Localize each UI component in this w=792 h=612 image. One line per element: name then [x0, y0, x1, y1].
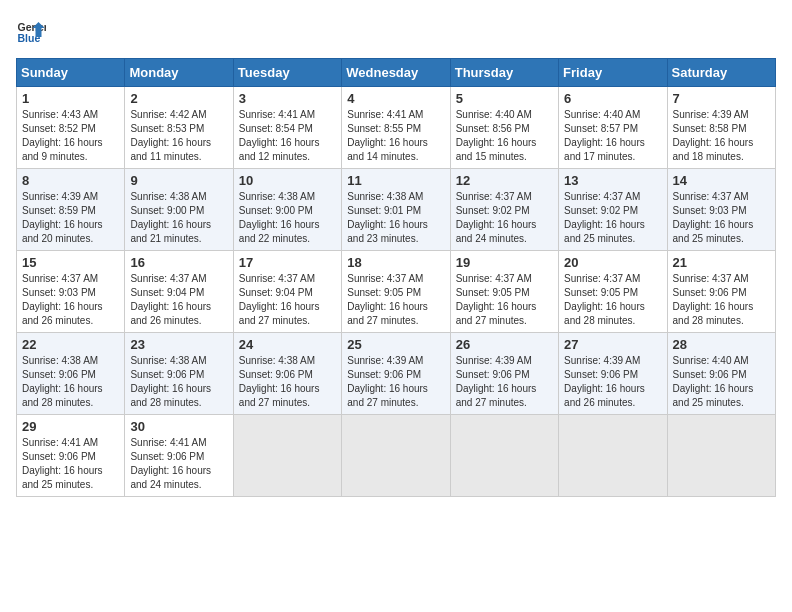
calendar-day-header: Monday [125, 59, 233, 87]
day-number: 20 [564, 255, 661, 270]
calendar-day-header: Friday [559, 59, 667, 87]
day-number: 25 [347, 337, 444, 352]
day-number: 19 [456, 255, 553, 270]
day-info: Sunrise: 4:39 AM Sunset: 8:58 PM Dayligh… [673, 108, 770, 164]
day-number: 24 [239, 337, 336, 352]
calendar-cell: 8Sunrise: 4:39 AM Sunset: 8:59 PM Daylig… [17, 169, 125, 251]
day-info: Sunrise: 4:41 AM Sunset: 9:06 PM Dayligh… [22, 436, 119, 492]
day-info: Sunrise: 4:37 AM Sunset: 9:06 PM Dayligh… [673, 272, 770, 328]
day-info: Sunrise: 4:37 AM Sunset: 9:03 PM Dayligh… [673, 190, 770, 246]
logo-icon: General Blue [16, 16, 46, 46]
day-number: 2 [130, 91, 227, 106]
day-info: Sunrise: 4:37 AM Sunset: 9:02 PM Dayligh… [564, 190, 661, 246]
day-info: Sunrise: 4:37 AM Sunset: 9:04 PM Dayligh… [130, 272, 227, 328]
calendar-cell: 18Sunrise: 4:37 AM Sunset: 9:05 PM Dayli… [342, 251, 450, 333]
day-info: Sunrise: 4:39 AM Sunset: 8:59 PM Dayligh… [22, 190, 119, 246]
calendar-cell [559, 415, 667, 497]
calendar-cell: 28Sunrise: 4:40 AM Sunset: 9:06 PM Dayli… [667, 333, 775, 415]
calendar-cell: 7Sunrise: 4:39 AM Sunset: 8:58 PM Daylig… [667, 87, 775, 169]
day-info: Sunrise: 4:37 AM Sunset: 9:05 PM Dayligh… [564, 272, 661, 328]
day-info: Sunrise: 4:40 AM Sunset: 9:06 PM Dayligh… [673, 354, 770, 410]
day-info: Sunrise: 4:41 AM Sunset: 9:06 PM Dayligh… [130, 436, 227, 492]
day-number: 26 [456, 337, 553, 352]
day-number: 5 [456, 91, 553, 106]
calendar-cell: 2Sunrise: 4:42 AM Sunset: 8:53 PM Daylig… [125, 87, 233, 169]
day-info: Sunrise: 4:41 AM Sunset: 8:54 PM Dayligh… [239, 108, 336, 164]
day-number: 8 [22, 173, 119, 188]
day-info: Sunrise: 4:39 AM Sunset: 9:06 PM Dayligh… [347, 354, 444, 410]
calendar-cell [450, 415, 558, 497]
calendar-cell [233, 415, 341, 497]
calendar-day-header: Sunday [17, 59, 125, 87]
calendar-cell: 10Sunrise: 4:38 AM Sunset: 9:00 PM Dayli… [233, 169, 341, 251]
calendar-cell: 9Sunrise: 4:38 AM Sunset: 9:00 PM Daylig… [125, 169, 233, 251]
day-number: 11 [347, 173, 444, 188]
day-info: Sunrise: 4:39 AM Sunset: 9:06 PM Dayligh… [456, 354, 553, 410]
calendar-cell: 12Sunrise: 4:37 AM Sunset: 9:02 PM Dayli… [450, 169, 558, 251]
day-number: 23 [130, 337, 227, 352]
calendar-week-row: 1Sunrise: 4:43 AM Sunset: 8:52 PM Daylig… [17, 87, 776, 169]
calendar-cell: 24Sunrise: 4:38 AM Sunset: 9:06 PM Dayli… [233, 333, 341, 415]
day-info: Sunrise: 4:37 AM Sunset: 9:04 PM Dayligh… [239, 272, 336, 328]
day-info: Sunrise: 4:37 AM Sunset: 9:03 PM Dayligh… [22, 272, 119, 328]
day-info: Sunrise: 4:38 AM Sunset: 9:01 PM Dayligh… [347, 190, 444, 246]
day-number: 7 [673, 91, 770, 106]
day-number: 9 [130, 173, 227, 188]
day-info: Sunrise: 4:37 AM Sunset: 9:02 PM Dayligh… [456, 190, 553, 246]
calendar-day-header: Tuesday [233, 59, 341, 87]
day-info: Sunrise: 4:38 AM Sunset: 9:06 PM Dayligh… [22, 354, 119, 410]
calendar-cell: 3Sunrise: 4:41 AM Sunset: 8:54 PM Daylig… [233, 87, 341, 169]
day-number: 22 [22, 337, 119, 352]
day-number: 28 [673, 337, 770, 352]
day-number: 15 [22, 255, 119, 270]
day-info: Sunrise: 4:37 AM Sunset: 9:05 PM Dayligh… [347, 272, 444, 328]
calendar-cell: 23Sunrise: 4:38 AM Sunset: 9:06 PM Dayli… [125, 333, 233, 415]
calendar-day-header: Wednesday [342, 59, 450, 87]
day-info: Sunrise: 4:39 AM Sunset: 9:06 PM Dayligh… [564, 354, 661, 410]
calendar-cell: 14Sunrise: 4:37 AM Sunset: 9:03 PM Dayli… [667, 169, 775, 251]
day-info: Sunrise: 4:43 AM Sunset: 8:52 PM Dayligh… [22, 108, 119, 164]
calendar-day-header: Saturday [667, 59, 775, 87]
calendar-cell: 20Sunrise: 4:37 AM Sunset: 9:05 PM Dayli… [559, 251, 667, 333]
calendar-cell: 1Sunrise: 4:43 AM Sunset: 8:52 PM Daylig… [17, 87, 125, 169]
day-number: 16 [130, 255, 227, 270]
calendar-day-header: Thursday [450, 59, 558, 87]
day-number: 27 [564, 337, 661, 352]
calendar-cell: 17Sunrise: 4:37 AM Sunset: 9:04 PM Dayli… [233, 251, 341, 333]
calendar-cell: 13Sunrise: 4:37 AM Sunset: 9:02 PM Dayli… [559, 169, 667, 251]
day-info: Sunrise: 4:40 AM Sunset: 8:57 PM Dayligh… [564, 108, 661, 164]
calendar-cell: 6Sunrise: 4:40 AM Sunset: 8:57 PM Daylig… [559, 87, 667, 169]
logo: General Blue [16, 16, 46, 46]
day-info: Sunrise: 4:40 AM Sunset: 8:56 PM Dayligh… [456, 108, 553, 164]
day-number: 10 [239, 173, 336, 188]
calendar-cell: 30Sunrise: 4:41 AM Sunset: 9:06 PM Dayli… [125, 415, 233, 497]
day-number: 14 [673, 173, 770, 188]
calendar-week-row: 22Sunrise: 4:38 AM Sunset: 9:06 PM Dayli… [17, 333, 776, 415]
day-info: Sunrise: 4:38 AM Sunset: 9:00 PM Dayligh… [239, 190, 336, 246]
calendar-week-row: 29Sunrise: 4:41 AM Sunset: 9:06 PM Dayli… [17, 415, 776, 497]
day-number: 13 [564, 173, 661, 188]
calendar-cell [667, 415, 775, 497]
calendar-cell: 19Sunrise: 4:37 AM Sunset: 9:05 PM Dayli… [450, 251, 558, 333]
day-number: 6 [564, 91, 661, 106]
day-info: Sunrise: 4:37 AM Sunset: 9:05 PM Dayligh… [456, 272, 553, 328]
day-number: 30 [130, 419, 227, 434]
calendar-week-row: 15Sunrise: 4:37 AM Sunset: 9:03 PM Dayli… [17, 251, 776, 333]
calendar-cell [342, 415, 450, 497]
day-info: Sunrise: 4:42 AM Sunset: 8:53 PM Dayligh… [130, 108, 227, 164]
day-number: 1 [22, 91, 119, 106]
day-info: Sunrise: 4:41 AM Sunset: 8:55 PM Dayligh… [347, 108, 444, 164]
calendar-cell: 16Sunrise: 4:37 AM Sunset: 9:04 PM Dayli… [125, 251, 233, 333]
day-number: 3 [239, 91, 336, 106]
calendar-cell: 26Sunrise: 4:39 AM Sunset: 9:06 PM Dayli… [450, 333, 558, 415]
day-info: Sunrise: 4:38 AM Sunset: 9:06 PM Dayligh… [239, 354, 336, 410]
calendar-cell: 11Sunrise: 4:38 AM Sunset: 9:01 PM Dayli… [342, 169, 450, 251]
calendar-cell: 25Sunrise: 4:39 AM Sunset: 9:06 PM Dayli… [342, 333, 450, 415]
calendar-table: SundayMondayTuesdayWednesdayThursdayFrid… [16, 58, 776, 497]
calendar-cell: 4Sunrise: 4:41 AM Sunset: 8:55 PM Daylig… [342, 87, 450, 169]
calendar-header-row: SundayMondayTuesdayWednesdayThursdayFrid… [17, 59, 776, 87]
calendar-cell: 15Sunrise: 4:37 AM Sunset: 9:03 PM Dayli… [17, 251, 125, 333]
day-info: Sunrise: 4:38 AM Sunset: 9:00 PM Dayligh… [130, 190, 227, 246]
calendar-cell: 5Sunrise: 4:40 AM Sunset: 8:56 PM Daylig… [450, 87, 558, 169]
day-number: 29 [22, 419, 119, 434]
